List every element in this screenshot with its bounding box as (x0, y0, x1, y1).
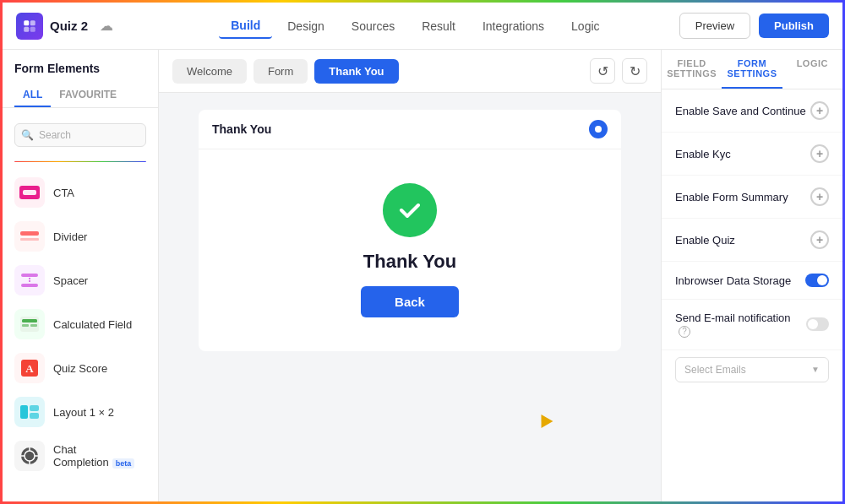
thank-you-text: Thank You (363, 251, 456, 273)
nav-tab-logic[interactable]: Logic (559, 14, 611, 38)
cloud-icon: ☁ (100, 18, 113, 34)
setting-email-toggle[interactable] (806, 317, 829, 331)
sidebar-tab-favourite[interactable]: FAVOURITE (51, 84, 125, 107)
calculated-field-label: Calculated Field (53, 318, 135, 331)
left-sidebar: Form Elements ALL FAVOURITE 🔍 (3, 50, 159, 501)
svg-rect-13 (22, 324, 29, 327)
setting-inbrowser-toggle[interactable] (805, 274, 829, 287)
publish-button[interactable]: Publish (759, 14, 829, 38)
gradient-divider (14, 160, 146, 162)
app-logo (16, 13, 43, 40)
thank-you-body: Thank You Back (199, 149, 621, 351)
canvas-tab-welcome[interactable]: Welcome (172, 59, 247, 84)
canvas-tab-form[interactable]: Form (254, 59, 308, 84)
nav-tab-build[interactable]: Build (219, 14, 272, 39)
redo-button[interactable]: ↻ (622, 58, 647, 84)
cursor-indicator (536, 411, 553, 428)
logo-area: Quiz 2 ☁ (16, 13, 151, 40)
cta-icon (14, 177, 45, 208)
info-icon: ? (679, 326, 690, 338)
tab-form-settings[interactable]: FORM SETTINGS (722, 50, 782, 89)
layout-label: Layout 1 × 2 (53, 406, 135, 419)
calculated-field-icon (14, 309, 45, 339)
beta-badge: beta (112, 458, 135, 469)
nav-tab-design[interactable]: Design (275, 14, 336, 38)
canvas-body: Thank You Thank You Back (159, 93, 661, 501)
nav-tab-sources[interactable]: Sources (340, 14, 406, 38)
setting-form-summary-toggle[interactable]: + (810, 187, 829, 206)
right-panel-body: Enable Save and Continue + Enable Kyc + … (662, 89, 842, 501)
spacer-icon (14, 265, 45, 295)
top-nav: Quiz 2 ☁ Build Design Sources Result Int… (3, 3, 842, 50)
canvas-toolbar: Welcome Form Thank You ↺ ↻ (159, 50, 661, 93)
sidebar-item-layout[interactable]: Layout 1 × 2 ☆ (3, 390, 158, 434)
svg-rect-9 (21, 284, 38, 287)
sidebar-item-spacer[interactable]: Spacer ☆ (3, 258, 158, 302)
divider-icon (14, 221, 45, 252)
right-panel-tabs: FIELD SETTINGS FORM SETTINGS LOGIC (662, 50, 842, 89)
sidebar-title: Form Elements (14, 62, 146, 75)
setting-quiz-toggle[interactable]: + (810, 230, 829, 249)
quiz-score-icon: A (14, 353, 45, 383)
card-toggle-dot[interactable] (589, 120, 608, 138)
spacer-label: Spacer (53, 274, 135, 287)
nav-tabs: Build Design Sources Result Integrations… (151, 14, 679, 39)
sidebar-item-cta[interactable]: CTA ☆ (3, 171, 158, 214)
setting-kyc: Enable Kyc + (662, 133, 842, 176)
chat-completion-icon (14, 441, 45, 471)
app-title: Quiz 2 (50, 19, 88, 33)
setting-kyc-toggle[interactable]: + (810, 144, 829, 163)
sidebar-header: Form Elements ALL FAVOURITE (3, 50, 158, 115)
svg-rect-17 (20, 405, 28, 419)
setting-save-continue-toggle[interactable]: + (810, 101, 829, 120)
sidebar-item-chat-completion[interactable]: Chat Completionbeta ☆ (3, 434, 158, 478)
svg-rect-18 (30, 405, 39, 411)
setting-save-continue: Enable Save and Continue + (662, 89, 842, 133)
sidebar-item-quiz-score[interactable]: A Quiz Score ☆ (3, 346, 158, 390)
svg-rect-5 (23, 190, 36, 195)
svg-rect-12 (22, 319, 37, 322)
search-icon: 🔍 (21, 129, 34, 141)
setting-form-summary-label: Enable Form Summary (675, 191, 788, 203)
tab-logic[interactable]: LOGIC (782, 50, 842, 89)
nav-tab-integrations[interactable]: Integrations (471, 14, 556, 38)
select-emails-dropdown[interactable]: Select Emails ▼ (675, 357, 829, 382)
setting-kyc-label: Enable Kyc (675, 148, 731, 160)
sidebar-items: CTA ☆ Divider ☆ (3, 167, 158, 501)
divider-label: Divider (53, 230, 135, 243)
sidebar-tab-all[interactable]: ALL (14, 84, 51, 107)
search-input[interactable] (14, 123, 146, 147)
svg-rect-19 (30, 413, 39, 419)
setting-inbrowser-label: Inbrowser Data Storage (675, 274, 791, 287)
layout-icon (14, 397, 45, 427)
canvas-tab-thank-you[interactable]: Thank You (314, 59, 398, 84)
svg-rect-14 (30, 324, 37, 327)
undo-button[interactable]: ↺ (590, 58, 615, 84)
setting-quiz: Enable Quiz + (662, 219, 842, 262)
svg-rect-3 (30, 26, 35, 31)
setting-save-continue-label: Enable Save and Continue (675, 105, 806, 117)
setting-form-summary: Enable Form Summary + (662, 176, 842, 219)
card-header: Thank You (199, 110, 621, 149)
nav-tab-result[interactable]: Result (410, 14, 467, 38)
tab-field-settings[interactable]: FIELD SETTINGS (662, 50, 722, 89)
svg-text:A: A (25, 362, 34, 375)
select-emails-placeholder: Select Emails (684, 364, 746, 376)
main-content: Form Elements ALL FAVOURITE 🔍 (3, 50, 842, 501)
nav-right: Preview Publish (679, 13, 829, 39)
dropdown-chevron-icon: ▼ (811, 365, 820, 374)
preview-button[interactable]: Preview (679, 13, 750, 39)
svg-rect-1 (30, 20, 35, 25)
canvas-toolbar-right: ↺ ↻ (590, 58, 647, 84)
svg-rect-2 (24, 26, 29, 31)
sidebar-item-divider[interactable]: Divider ☆ (3, 214, 158, 258)
back-button[interactable]: Back (361, 286, 459, 317)
chat-completion-label: Chat Completionbeta (53, 443, 135, 469)
svg-rect-8 (21, 274, 38, 277)
check-circle-icon (383, 183, 437, 237)
setting-inbrowser: Inbrowser Data Storage (662, 262, 842, 300)
thank-you-card: Thank You Thank You Back (199, 110, 621, 351)
sidebar-item-calculated-field[interactable]: Calculated Field ☆ (3, 302, 158, 346)
setting-email-notification: Send E-mail notification ? (662, 300, 842, 350)
cta-label: CTA (53, 187, 135, 199)
